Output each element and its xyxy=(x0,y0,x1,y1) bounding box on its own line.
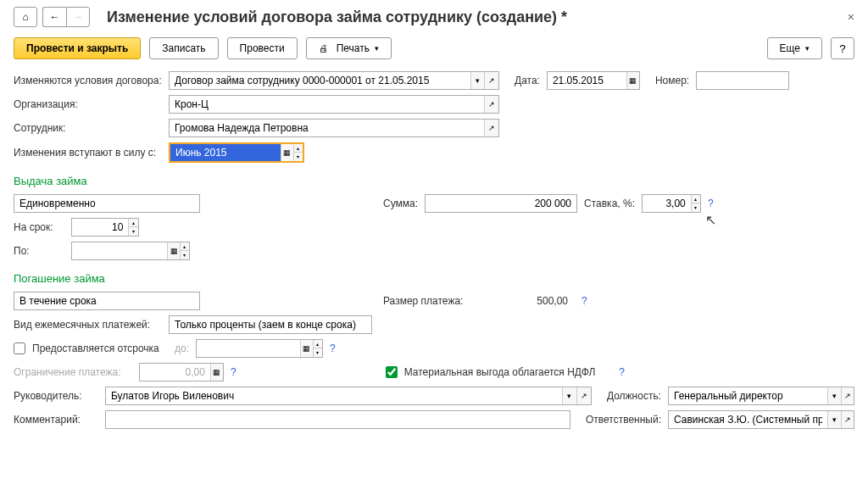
number-field[interactable] xyxy=(696,71,789,90)
open-icon[interactable]: ↗ xyxy=(841,411,854,428)
open-icon[interactable]: ↗ xyxy=(484,96,498,113)
payment-limit-field[interactable]: ▦ xyxy=(139,363,224,381)
term-label: На срок: xyxy=(14,221,64,233)
rate-field[interactable]: ▴ ▾ xyxy=(642,194,701,213)
repay-type-field[interactable] xyxy=(14,292,200,310)
loan-type-field[interactable] xyxy=(14,194,200,213)
dropdown-icon[interactable]: ▾ xyxy=(562,387,576,404)
spin-up-icon[interactable]: ▴ xyxy=(180,242,189,251)
loan-issue-section: Выдача займа xyxy=(14,175,854,187)
help-link[interactable]: ? xyxy=(330,342,336,354)
comment-field[interactable] xyxy=(105,410,570,429)
position-field[interactable]: ▾ ↗ xyxy=(668,387,854,405)
spin-up-icon[interactable]: ▴ xyxy=(293,144,303,153)
open-icon[interactable]: ↗ xyxy=(484,72,498,89)
until-field[interactable]: ▦ ▴ ▾ xyxy=(71,242,190,260)
forward-button[interactable]: → xyxy=(66,7,90,27)
term-field[interactable]: ▴ ▾ xyxy=(71,218,139,237)
position-label: Должность: xyxy=(607,390,661,402)
calendar-icon[interactable]: ▦ xyxy=(300,340,313,357)
deferral-until-label: до: xyxy=(175,342,189,354)
date-label: Дата: xyxy=(515,75,540,86)
calendar-icon[interactable]: ▦ xyxy=(626,72,639,89)
employee-label: Сотрудник: xyxy=(14,122,162,134)
submit-close-button[interactable]: Провести и закрыть xyxy=(14,37,141,59)
open-icon[interactable]: ↗ xyxy=(576,387,591,404)
back-button[interactable]: ← xyxy=(42,7,66,27)
deferral-until-field[interactable]: ▦ ▴ ▾ xyxy=(196,339,323,358)
close-icon[interactable]: × xyxy=(848,10,854,24)
spin-down-icon[interactable]: ▾ xyxy=(691,203,700,212)
responsible-label: Ответственный: xyxy=(586,414,661,426)
until-label: По: xyxy=(14,245,64,257)
manager-label: Руководитель: xyxy=(14,390,98,402)
spin-up-icon[interactable]: ▴ xyxy=(128,219,138,227)
payment-limit-label: Ограничение платежа: xyxy=(14,366,132,378)
comment-label: Комментарий: xyxy=(14,414,98,426)
payment-size-label: Размер платежа: xyxy=(383,295,485,307)
spin-down-icon[interactable]: ▾ xyxy=(293,153,303,161)
help-link[interactable]: ? xyxy=(619,366,625,378)
help-link[interactable]: ? xyxy=(231,366,236,378)
spin-down-icon[interactable]: ▾ xyxy=(128,227,138,236)
deferral-label: Предоставляется отсрочка xyxy=(32,342,168,354)
tax-label: Материальная выгода облагается НДФЛ xyxy=(404,366,596,378)
monthly-type-field[interactable] xyxy=(169,315,372,334)
loan-repay-section: Погашение займа xyxy=(14,272,854,285)
dropdown-icon[interactable]: ▾ xyxy=(470,72,485,89)
calc-icon[interactable]: ▦ xyxy=(210,364,223,381)
dropdown-icon[interactable]: ▾ xyxy=(827,411,840,428)
date-field[interactable]: ▦ xyxy=(547,71,640,90)
effective-label: Изменения вступают в силу с: xyxy=(14,147,162,159)
home-button[interactable]: ⌂ xyxy=(14,7,37,27)
submit-button[interactable]: Провести xyxy=(227,37,298,59)
manager-field[interactable]: ▾ ↗ xyxy=(105,387,592,405)
employee-field[interactable]: ↗ xyxy=(169,119,499,137)
print-button[interactable]: Печать xyxy=(306,37,392,59)
more-button[interactable]: Еще xyxy=(767,37,822,59)
contract-changes-field[interactable]: ▾ ↗ xyxy=(169,71,499,90)
page-title: Изменение условий договора займа сотрудн… xyxy=(107,8,848,26)
help-button[interactable]: ? xyxy=(831,37,854,59)
save-button[interactable]: Записать xyxy=(149,37,218,59)
number-label: Номер: xyxy=(655,75,689,86)
dropdown-icon[interactable]: ▾ xyxy=(827,387,840,404)
effective-field[interactable]: ▦ ▴ ▾ xyxy=(169,142,304,163)
spin-up-icon[interactable]: ▴ xyxy=(691,195,700,203)
payment-size-value: 500,00 xyxy=(492,295,568,307)
calendar-icon[interactable]: ▦ xyxy=(281,144,293,161)
calendar-icon[interactable]: ▦ xyxy=(167,242,180,259)
rate-label: Ставка, %: xyxy=(584,198,635,209)
sum-label: Сумма: xyxy=(383,198,418,209)
sum-field[interactable] xyxy=(425,194,577,213)
responsible-field[interactable]: ▾ ↗ xyxy=(668,410,854,429)
monthly-type-label: Вид ежемесячных платежей: xyxy=(14,319,162,331)
deferral-checkbox[interactable] xyxy=(14,342,25,354)
spin-up-icon[interactable]: ▴ xyxy=(313,340,322,348)
contract-changes-label: Изменяются условия договора: xyxy=(14,75,162,86)
spin-down-icon[interactable]: ▾ xyxy=(180,251,189,259)
organization-field[interactable]: ↗ xyxy=(169,95,499,114)
help-link[interactable]: ? xyxy=(708,198,714,209)
open-icon[interactable]: ↗ xyxy=(841,387,854,404)
organization-label: Организация: xyxy=(14,98,162,110)
spin-down-icon[interactable]: ▾ xyxy=(313,348,322,357)
open-icon[interactable]: ↗ xyxy=(484,120,498,136)
help-link[interactable]: ? xyxy=(581,295,587,307)
tax-checkbox[interactable] xyxy=(386,366,398,378)
